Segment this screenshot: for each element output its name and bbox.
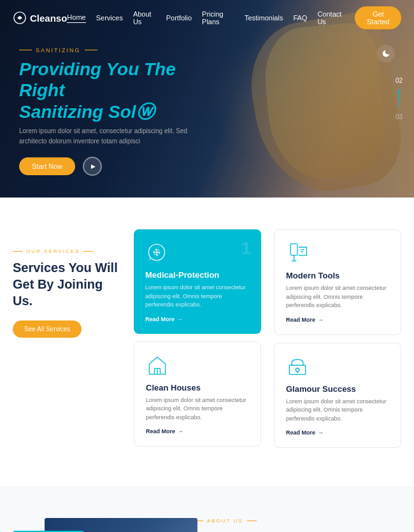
- services-badge: OUR SERVICES: [13, 248, 121, 254]
- services-layout: OUR SERVICES Services You Will Get By Jo…: [13, 229, 401, 448]
- navbar: Cleanso Home Services About Us Portfolio…: [0, 0, 414, 36]
- card-desc: Lorem ipsum dolor sit amet consectetur a…: [145, 284, 250, 310]
- card-title: Modern Tools: [286, 271, 389, 280]
- card-read-more[interactable]: Read More: [286, 317, 389, 323]
- play-button[interactable]: [83, 157, 102, 176]
- service-card-medical: 1 Medical-Protection Lorem ipsum dolor s…: [134, 229, 261, 334]
- svg-point-5: [296, 368, 299, 371]
- hero-title-styled: Solⓦ: [108, 102, 154, 122]
- card-title: Clean Houses: [146, 383, 249, 392]
- about-image-wrap: 46 Years Of Expirince: [13, 518, 178, 532]
- nav-links: Home Services About Us Portfolio Pricing…: [67, 6, 401, 29]
- nav-services[interactable]: Services: [96, 14, 123, 22]
- medical-icon: [145, 241, 168, 264]
- card-title: Medical-Protection: [145, 270, 250, 280]
- nav-pricing[interactable]: Pricing Plans: [202, 10, 234, 25]
- card-title: Glamour Success: [286, 384, 389, 394]
- service-card-glamour: Glamour Success Lorem ipsum dolor sit am…: [274, 343, 401, 449]
- see-all-services-button[interactable]: See All Services: [13, 320, 82, 338]
- glamour-icon: [286, 355, 309, 378]
- start-now-button[interactable]: Start Now: [19, 157, 75, 175]
- about-image: [45, 518, 197, 532]
- hero-badge: SANITIZING: [19, 47, 215, 54]
- card-read-more[interactable]: Read More: [146, 428, 249, 435]
- modern-tools-icon: [286, 241, 309, 264]
- about-section: 46 Years Of Expirince: [0, 486, 414, 532]
- nav-about[interactable]: About Us: [133, 10, 156, 25]
- hero-subtitle: Lorem ipsum dolor sit amet, consectetur …: [19, 126, 215, 147]
- slide-line: [398, 89, 399, 108]
- card-desc: Lorem ipsum dolor sit amet consectetur a…: [286, 284, 389, 310]
- card-desc: Lorem ipsum dolor sit amet consectetur a…: [146, 396, 249, 422]
- theme-toggle-button[interactable]: [377, 45, 395, 62]
- services-sidebar: OUR SERVICES Services You Will Get By Jo…: [13, 229, 121, 338]
- logo: Cleanso: [13, 11, 67, 25]
- svg-rect-3: [290, 244, 297, 255]
- about-title: Trusted By Worldwide Clients Since 1980.: [194, 529, 401, 532]
- hero-content: SANITIZING Providing You The Right Sanit…: [0, 9, 228, 189]
- services-title: Services You Will Get By Joining Us.: [13, 259, 121, 309]
- nav-faq[interactable]: FAQ: [293, 14, 307, 22]
- slide-num-03[interactable]: 03: [396, 113, 403, 120]
- nav-home[interactable]: Home: [67, 13, 85, 23]
- services-section: OUR SERVICES Services You Will Get By Jo…: [0, 198, 414, 486]
- nav-testimonials[interactable]: Testimonials: [245, 14, 283, 22]
- about-content: ABOUT US Trusted By Worldwide Clients Si…: [194, 518, 401, 532]
- about-layout: 46 Years Of Expirince: [13, 518, 401, 532]
- get-started-button[interactable]: Get Started: [355, 6, 401, 29]
- card-read-more[interactable]: Read More: [286, 429, 389, 436]
- about-badge: ABOUT US: [194, 518, 401, 524]
- nav-contact[interactable]: Contact Us: [317, 10, 345, 25]
- slide-indicators: 02 03: [396, 77, 403, 120]
- card-number: 1: [241, 238, 251, 259]
- nav-portfolio[interactable]: Portfolio: [166, 14, 192, 22]
- service-card-clean-houses: Clean Houses Lorem ipsum dolor sit amet …: [134, 341, 261, 447]
- hero-title: Providing You The Right Sanitizing Solⓦ: [19, 59, 215, 123]
- card-desc: Lorem ipsum dolor sit amet consectetur a…: [286, 398, 389, 424]
- cards-right-column: Modern Tools Lorem ipsum dolor sit amet …: [274, 229, 401, 448]
- hero-actions: Start Now: [19, 157, 215, 176]
- slide-num-02[interactable]: 02: [396, 77, 403, 84]
- clean-houses-icon: [146, 354, 169, 377]
- service-card-modern-tools: Modern Tools Lorem ipsum dolor sit amet …: [274, 229, 401, 335]
- card-read-more[interactable]: Read More: [145, 316, 250, 322]
